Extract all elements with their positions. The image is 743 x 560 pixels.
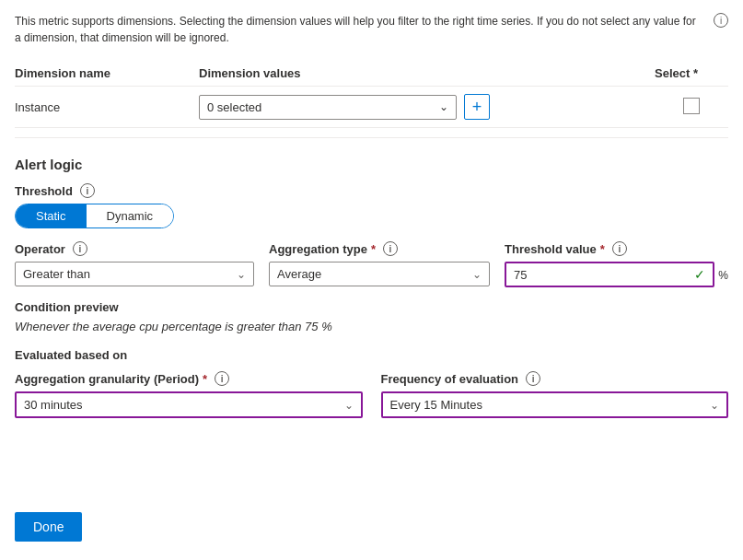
info-banner: This metric supports dimensions. Selecti…	[15, 13, 728, 46]
col-header-select: Select *	[655, 61, 728, 87]
eval-fields-row: Aggregation granularity (Period) * i 30 …	[15, 371, 728, 418]
chevron-down-icon: ⌄	[472, 268, 482, 281]
condition-preview-text: Whenever the average cpu percentage is g…	[15, 320, 728, 333]
operator-field-group: Operator i Greater than ⌄	[15, 241, 254, 286]
aggregation-type-label: Aggregation type * i	[269, 241, 490, 256]
aggregation-granularity-dropdown[interactable]: 30 minutes ⌄	[15, 391, 363, 418]
frequency-evaluation-label: Frequency of evaluation i	[381, 371, 729, 386]
threshold-label: Threshold i	[15, 183, 728, 198]
aggregation-granularity-value: 30 minutes	[24, 398, 83, 412]
aggregation-type-value: Average	[277, 267, 321, 281]
alert-fields-row: Operator i Greater than ⌄ Aggregation ty…	[15, 241, 728, 287]
percent-label: %	[718, 269, 728, 287]
divider	[15, 137, 728, 138]
done-button[interactable]: Done	[15, 512, 82, 542]
table-row: Instance 0 selected ⌄ +	[15, 87, 728, 128]
frequency-evaluation-info-icon[interactable]: i	[526, 371, 540, 386]
condition-preview-title: Condition preview	[15, 300, 728, 314]
info-banner-text: This metric supports dimensions. Selecti…	[15, 13, 704, 46]
dimensions-table: Dimension name Dimension values Select *…	[15, 61, 728, 128]
dynamic-toggle-button[interactable]: Dynamic	[87, 204, 174, 228]
dimension-select-cell	[655, 87, 728, 128]
frequency-evaluation-value: Every 15 Minutes	[390, 398, 482, 412]
add-dimension-button[interactable]: +	[464, 94, 490, 120]
chevron-down-icon: ⌄	[710, 399, 719, 412]
aggregation-granularity-field: Aggregation granularity (Period) * i 30 …	[15, 371, 363, 418]
threshold-value-input[interactable]	[514, 268, 691, 282]
evaluated-title: Evaluated based on	[15, 348, 728, 362]
aggregation-granularity-info-icon[interactable]: i	[215, 371, 229, 386]
threshold-value-field-group: Threshold value * i ✓ %	[505, 241, 728, 287]
static-toggle-button[interactable]: Static	[16, 204, 87, 228]
dimension-values-dropdown[interactable]: 0 selected ⌄	[199, 95, 457, 120]
dimension-checkbox[interactable]	[683, 98, 700, 114]
aggregation-type-dropdown[interactable]: Average ⌄	[269, 262, 490, 286]
threshold-info-icon[interactable]: i	[80, 183, 95, 198]
threshold-toggle-group: Static Dynamic	[15, 204, 174, 228]
aggregation-type-info-icon[interactable]: i	[383, 241, 398, 256]
threshold-check-icon: ✓	[694, 267, 705, 282]
frequency-evaluation-field: Frequency of evaluation i Every 15 Minut…	[381, 371, 729, 418]
dimension-name-cell: Instance	[15, 87, 199, 128]
operator-value: Greater than	[23, 267, 90, 281]
chevron-down-icon: ⌄	[344, 399, 354, 412]
chevron-down-icon: ⌄	[439, 100, 448, 113]
dimension-values-selected: 0 selected	[207, 100, 261, 114]
threshold-value-info-icon[interactable]: i	[612, 241, 627, 256]
threshold-value-label: Threshold value * i	[505, 241, 728, 256]
operator-dropdown[interactable]: Greater than ⌄	[15, 262, 254, 286]
evaluated-section: Evaluated based on Aggregation granulari…	[15, 348, 728, 418]
page-container: This metric supports dimensions. Selecti…	[0, 0, 743, 560]
operator-label: Operator i	[15, 241, 254, 256]
threshold-value-input-wrap: ✓	[505, 262, 714, 287]
col-header-dimension-values: Dimension values	[199, 61, 655, 87]
chevron-down-icon: ⌄	[237, 268, 246, 281]
aggregation-type-field-group: Aggregation type * i Average ⌄	[269, 241, 490, 286]
info-icon[interactable]: i	[714, 13, 728, 28]
frequency-evaluation-dropdown[interactable]: Every 15 Minutes ⌄	[381, 391, 729, 418]
condition-preview-section: Condition preview Whenever the average c…	[15, 300, 728, 333]
alert-logic-section-title: Alert logic	[15, 157, 728, 172]
dimension-values-cell: 0 selected ⌄ +	[199, 87, 655, 128]
col-header-dimension-name: Dimension name	[15, 61, 199, 87]
aggregation-granularity-label: Aggregation granularity (Period) * i	[15, 371, 363, 386]
operator-info-icon[interactable]: i	[73, 241, 87, 256]
